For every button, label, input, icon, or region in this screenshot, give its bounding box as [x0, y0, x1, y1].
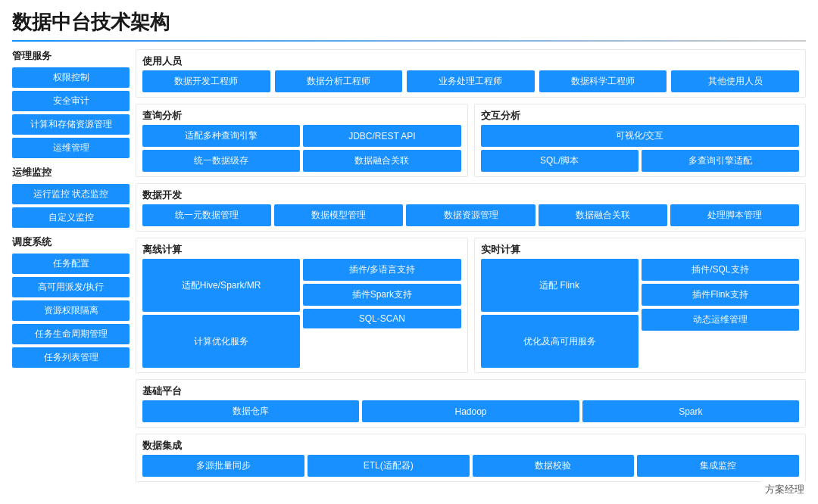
query-btn-3[interactable]: 数据融合关联 — [303, 150, 461, 172]
main-layout: 管理服务 权限控制 安全审计 计算和存储资源管理 运维管理 运维监控 运行监控 … — [12, 49, 806, 482]
sidebar-btn-sched-0[interactable]: 任务配置 — [12, 254, 130, 274]
page-title: 数据中台技术架构 — [12, 9, 806, 36]
integration-label: 数据集成 — [142, 439, 799, 453]
datadev-label: 数据开发 — [142, 188, 799, 202]
realtime-col2-btn-0[interactable]: 插件/SQL支持 — [642, 259, 799, 281]
datadev-btn-1[interactable]: 数据模型管理 — [274, 204, 403, 226]
sidebar-btn-ops-1[interactable]: 自定义监控 — [12, 207, 130, 228]
sidebar-section-schedule: 调度系统 任务配置 高可用派发/执行 资源权限隔离 任务生命周期管理 任务列表管… — [12, 235, 130, 368]
realtime-section: 实时计算 适配 Flink 优化及高可用服务 插件/SQL支持 插件Flink支… — [474, 238, 807, 373]
realtime-col2-btn-1[interactable]: 插件Flink支持 — [642, 284, 799, 306]
users-label: 使用人员 — [142, 54, 799, 68]
base-row: 数据仓库 Hadoop Spark — [142, 400, 799, 422]
offline-col1-btn-1[interactable]: 计算优化服务 — [142, 315, 300, 368]
realtime-col2: 插件/SQL支持 插件Flink支持 动态运维管理 — [642, 259, 799, 368]
realtime-col1-btn-0[interactable]: 适配 Flink — [481, 259, 638, 312]
sidebar-btn-0[interactable]: 权限控制 — [12, 67, 130, 88]
realtime-label: 实时计算 — [481, 243, 800, 257]
query-btn-0[interactable]: 适配多种查询引擎 — [142, 125, 300, 147]
interactive-grid: 可视化/交互 SQL/脚本 多查询引擎适配 — [481, 125, 800, 172]
offline-col1: 适配Hive/Spark/MR 计算优化服务 — [142, 259, 300, 368]
integration-row: 多源批量同步 ETL(适配器) 数据校验 集成监控 — [142, 455, 799, 477]
datadev-btn-0[interactable]: 统一元数据管理 — [142, 204, 271, 226]
sidebar-btn-2[interactable]: 计算和存储资源管理 — [12, 114, 130, 135]
integration-btn-2[interactable]: 数据校验 — [473, 455, 635, 477]
interactive-section: 交互分析 可视化/交互 SQL/脚本 多查询引擎适配 — [474, 104, 807, 177]
users-row: 数据开发工程师 数据分析工程师 业务处理工程师 数据科学工程师 其他使用人员 — [142, 70, 799, 92]
offline-col2-btn-2[interactable]: SQL-SCAN — [303, 309, 461, 328]
base-btn-0[interactable]: 数据仓库 — [142, 400, 359, 422]
sidebar-section-manage: 管理服务 权限控制 安全审计 计算和存储资源管理 运维管理 — [12, 49, 130, 158]
page-wrapper: 数据中台技术架构 管理服务 权限控制 安全审计 计算和存储资源管理 运维管理 运… — [0, 0, 818, 488]
offline-main: 适配Hive/Spark/MR 计算优化服务 插件/多语言支持 插件Spark支… — [142, 259, 461, 368]
content-area: 使用人员 数据开发工程师 数据分析工程师 业务处理工程师 数据科学工程师 其他使… — [136, 49, 806, 482]
offline-col2: 插件/多语言支持 插件Spark支持 SQL-SCAN — [303, 259, 461, 368]
user-btn-0[interactable]: 数据开发工程师 — [142, 70, 270, 92]
datadev-row: 统一元数据管理 数据模型管理 数据资源管理 数据融合关联 处理脚本管理 — [142, 204, 799, 226]
users-section: 使用人员 数据开发工程师 数据分析工程师 业务处理工程师 数据科学工程师 其他使… — [136, 49, 806, 98]
user-btn-4[interactable]: 其他使用人员 — [671, 70, 799, 92]
interactive-btn-1[interactable]: SQL/脚本 — [481, 150, 638, 172]
integration-btn-3[interactable]: 集成监控 — [637, 455, 799, 477]
sidebar-section-title-manage: 管理服务 — [12, 49, 130, 63]
base-btn-2[interactable]: Spark — [582, 400, 799, 422]
query-btn-2[interactable]: 统一数据级存 — [142, 150, 300, 172]
base-btn-1[interactable]: Hadoop — [362, 400, 579, 422]
base-section: 基础平台 数据仓库 Hadoop Spark — [136, 379, 806, 428]
query-grid: 适配多种查询引擎 JDBC/REST API 统一数据级存 数据融合关联 — [142, 125, 461, 172]
realtime-col1-btn-1[interactable]: 优化及高可用服务 — [481, 315, 638, 368]
interactive-btn-2[interactable]: 多查询引擎适配 — [642, 150, 799, 172]
datadev-btn-4[interactable]: 处理脚本管理 — [670, 204, 799, 226]
sidebar-btn-3[interactable]: 运维管理 — [12, 138, 130, 158]
sidebar-btn-1[interactable]: 安全审计 — [12, 91, 130, 111]
realtime-main: 适配 Flink 优化及高可用服务 插件/SQL支持 插件Flink支持 动态运… — [481, 259, 800, 368]
user-btn-1[interactable]: 数据分析工程师 — [275, 70, 403, 92]
sidebar-btn-sched-4[interactable]: 任务列表管理 — [12, 347, 130, 368]
offline-col2-btn-1[interactable]: 插件Spark支持 — [303, 284, 461, 306]
realtime-col2-btn-2[interactable]: 动态运维管理 — [642, 309, 799, 331]
sidebar-section-ops: 运维监控 运行监控 状态监控 自定义监控 — [12, 166, 130, 228]
interactive-row2: SQL/脚本 多查询引擎适配 — [481, 150, 800, 172]
user-btn-3[interactable]: 数据科学工程师 — [539, 70, 667, 92]
query-btn-1[interactable]: JDBC/REST API — [303, 125, 461, 147]
interactive-label: 交互分析 — [481, 109, 800, 123]
base-label: 基础平台 — [142, 384, 799, 398]
offline-label: 离线计算 — [142, 243, 461, 257]
sidebar-btn-sched-2[interactable]: 资源权限隔离 — [12, 300, 130, 321]
integration-btn-0[interactable]: 多源批量同步 — [142, 455, 304, 477]
sidebar-btn-sched-1[interactable]: 高可用派发/执行 — [12, 277, 130, 297]
sidebar-section-title-schedule: 调度系统 — [12, 235, 130, 249]
sidebar-btn-ops-0[interactable]: 运行监控 状态监控 — [12, 184, 130, 204]
interactive-btn-0[interactable]: 可视化/交互 — [481, 125, 800, 147]
integration-section: 数据集成 多源批量同步 ETL(适配器) 数据校验 集成监控 — [136, 434, 806, 482]
query-interactive-row: 查询分析 适配多种查询引擎 JDBC/REST API 统一数据级存 数据融合关… — [136, 104, 806, 177]
integration-btn-1[interactable]: ETL(适配器) — [308, 455, 470, 477]
query-section: 查询分析 适配多种查询引擎 JDBC/REST API 统一数据级存 数据融合关… — [136, 104, 468, 177]
sidebar-section-title-ops: 运维监控 — [12, 166, 130, 179]
sidebar-btn-sched-3[interactable]: 任务生命周期管理 — [12, 324, 130, 344]
datadev-btn-2[interactable]: 数据资源管理 — [406, 204, 535, 226]
title-divider — [12, 40, 806, 42]
datadev-section: 数据开发 统一元数据管理 数据模型管理 数据资源管理 数据融合关联 处理脚本管理 — [136, 183, 806, 232]
datadev-btn-3[interactable]: 数据融合关联 — [539, 204, 667, 226]
offline-col2-btn-0[interactable]: 插件/多语言支持 — [303, 259, 461, 281]
realtime-col1: 适配 Flink 优化及高可用服务 — [481, 259, 638, 368]
user-btn-2[interactable]: 业务处理工程师 — [407, 70, 535, 92]
offline-section: 离线计算 适配Hive/Spark/MR 计算优化服务 插件/多语言支持 插件S… — [136, 238, 468, 373]
sidebar: 管理服务 权限控制 安全审计 计算和存储资源管理 运维管理 运维监控 运行监控 … — [12, 49, 130, 482]
offline-col1-btn-0[interactable]: 适配Hive/Spark/MR — [142, 259, 300, 312]
compute-row: 离线计算 适配Hive/Spark/MR 计算优化服务 插件/多语言支持 插件S… — [136, 238, 806, 373]
query-label: 查询分析 — [142, 109, 461, 123]
